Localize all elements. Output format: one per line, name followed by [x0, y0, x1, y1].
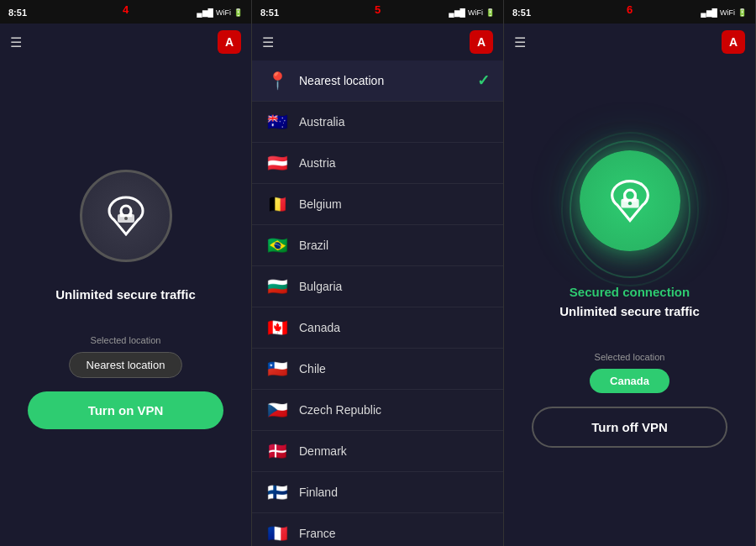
main-content-3: Secured connection Unlimited secure traf…	[504, 60, 755, 546]
flag-icon: 🇫🇮	[265, 482, 289, 502]
vpn-circle-connected	[580, 150, 680, 251]
menu-button-3[interactable]: ☰	[514, 34, 526, 50]
selected-check-icon: ✓	[477, 71, 490, 90]
unlimited-text-3: Unlimited secure traffic	[559, 304, 700, 318]
secured-text: Secured connection	[570, 285, 690, 299]
menu-button-1[interactable]: ☰	[10, 34, 22, 50]
flag-icon: 🇩🇰	[265, 441, 289, 461]
country-name: Nearest location	[299, 74, 477, 87]
time-1: 8:51	[8, 8, 27, 18]
time-3: 8:51	[512, 8, 531, 18]
flag-icon: 🇦🇹	[265, 153, 289, 173]
battery-icon-3: 🔋	[738, 8, 747, 17]
list-item[interactable]: 📍Nearest location✓	[252, 60, 503, 102]
wifi-icon: WiFi	[216, 8, 231, 17]
avira-logo-3: A	[722, 30, 745, 54]
status-bar-3: 8:51 6 ▄▆█ WiFi 🔋	[504, 0, 755, 24]
list-item[interactable]: 🇨🇱Chile	[252, 349, 503, 390]
status-bar-2: 8:51 5 ▄▆█ WiFi 🔋	[252, 0, 503, 24]
location-pill-3[interactable]: Canada	[590, 369, 669, 393]
wifi-icon-2: WiFi	[468, 8, 483, 17]
panel-number-1: 4	[123, 3, 129, 16]
wifi-icon-3: WiFi	[720, 8, 735, 17]
avira-logo-2: A	[470, 30, 493, 54]
list-item[interactable]: 🇫🇷France	[252, 513, 503, 546]
country-name: Denmark	[299, 444, 490, 458]
flag-icon: 🇨🇱	[265, 359, 289, 379]
avira-logo-1: A	[218, 30, 241, 54]
list-item[interactable]: 🇦🇹Austria	[252, 143, 503, 184]
country-name: Canada	[299, 321, 490, 334]
country-name: Finland	[299, 486, 490, 499]
svg-point-2	[124, 217, 128, 220]
battery-icon-2: 🔋	[486, 8, 495, 17]
list-item[interactable]: 🇩🇰Denmark	[252, 431, 503, 472]
panel-disconnected: 8:51 4 ▄▆█ WiFi 🔋 ☰ A Unlimited secure t…	[0, 0, 252, 546]
status-icons-2: ▄▆█ WiFi 🔋	[449, 8, 495, 17]
selected-label-3: Selected location	[595, 352, 665, 362]
top-nav-1: ☰ A	[0, 24, 251, 60]
flag-icon: 📍	[265, 71, 289, 91]
status-icons-3: ▄▆█ WiFi 🔋	[701, 8, 747, 17]
list-item[interactable]: 🇨🇦Canada	[252, 307, 503, 349]
list-item[interactable]: 🇫🇮Finland	[252, 472, 503, 513]
vpn-circle-disconnected	[80, 170, 172, 262]
vpn-icon-3	[603, 174, 657, 228]
flag-icon: 🇧🇪	[265, 194, 289, 214]
panel-connected: 8:51 6 ▄▆█ WiFi 🔋 ☰ A Secured connection…	[504, 0, 756, 546]
turn-on-vpn-button[interactable]: Turn on VPN	[28, 391, 223, 429]
list-item[interactable]: 🇦🇺Australia	[252, 102, 503, 143]
country-list: 📍Nearest location✓🇦🇺Australia🇦🇹Austria🇧🇪…	[252, 60, 503, 546]
flag-icon: 🇫🇷	[265, 523, 289, 543]
glow-ring	[580, 150, 680, 268]
panel-number-3: 6	[627, 3, 633, 16]
flag-icon: 🇨🇿	[265, 400, 289, 420]
main-content-1: Unlimited secure traffic Selected locati…	[0, 60, 251, 546]
panel-number-2: 5	[375, 3, 381, 16]
panel-location-list: 8:51 5 ▄▆█ WiFi 🔋 ☰ A 📍Nearest location✓…	[252, 0, 504, 546]
flag-icon: 🇨🇦	[265, 318, 289, 338]
unlimited-text-1: Unlimited secure traffic	[55, 287, 196, 302]
svg-point-5	[627, 202, 631, 205]
status-icons-1: ▄▆█ WiFi 🔋	[197, 8, 243, 17]
country-name: Brazil	[299, 239, 490, 252]
country-name: Belgium	[299, 197, 490, 211]
list-item[interactable]: 🇨🇿Czech Republic	[252, 390, 503, 431]
flag-icon: 🇧🇬	[265, 276, 289, 297]
country-name: Australia	[299, 115, 490, 129]
country-name: Czech Republic	[299, 403, 490, 417]
signal-icon: ▄▆█	[197, 8, 213, 17]
vpn-icon-1	[101, 191, 151, 241]
signal-icon-3: ▄▆█	[701, 8, 717, 17]
country-name: Austria	[299, 156, 490, 170]
top-nav-2: ☰ A	[252, 24, 503, 60]
turn-off-vpn-button[interactable]: Turn off VPN	[532, 407, 727, 448]
status-bar-1: 8:51 4 ▄▆█ WiFi 🔋	[0, 0, 251, 24]
country-name: Bulgaria	[299, 280, 490, 293]
signal-icon-2: ▄▆█	[449, 8, 465, 17]
list-item[interactable]: 🇧🇬Bulgaria	[252, 266, 503, 307]
menu-button-2[interactable]: ☰	[262, 34, 274, 50]
list-item[interactable]: 🇧🇷Brazil	[252, 225, 503, 266]
battery-icon: 🔋	[234, 8, 243, 17]
flag-icon: 🇦🇺	[265, 112, 289, 132]
location-pill-1[interactable]: Nearest location	[69, 352, 183, 378]
top-nav-3: ☰ A	[504, 24, 755, 60]
country-name: Chile	[299, 362, 490, 375]
time-2: 8:51	[260, 8, 279, 18]
flag-icon: 🇧🇷	[265, 235, 289, 255]
country-name: France	[299, 527, 490, 540]
selected-label-1: Selected location	[91, 335, 161, 345]
list-item[interactable]: 🇧🇪Belgium	[252, 184, 503, 225]
